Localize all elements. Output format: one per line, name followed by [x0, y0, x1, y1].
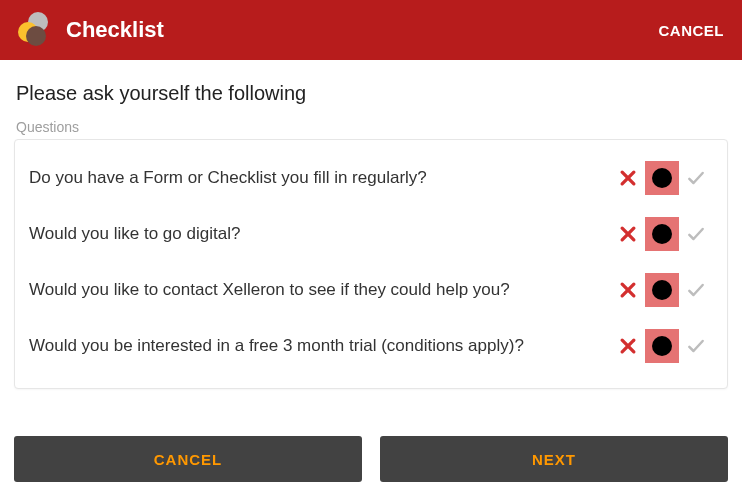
- choice-yes[interactable]: [679, 329, 713, 363]
- check-icon: [686, 168, 706, 188]
- choice-no[interactable]: [611, 217, 645, 251]
- app-logo-icon: [18, 12, 54, 48]
- prompt-text: Please ask yourself the following: [14, 82, 728, 105]
- question-row: Would you be interested in a free 3 mont…: [29, 318, 713, 374]
- choice-group: [611, 273, 713, 307]
- dot-icon: [652, 168, 672, 188]
- choice-group: [611, 161, 713, 195]
- cross-icon: [618, 280, 638, 300]
- question-row: Do you have a Form or Checklist you fill…: [29, 150, 713, 206]
- choice-group: [611, 217, 713, 251]
- choice-neutral[interactable]: [645, 329, 679, 363]
- choice-neutral[interactable]: [645, 217, 679, 251]
- question-text: Do you have a Form or Checklist you fill…: [29, 167, 601, 190]
- check-icon: [686, 224, 706, 244]
- choice-yes[interactable]: [679, 161, 713, 195]
- questions-card: Do you have a Form or Checklist you fill…: [14, 139, 728, 389]
- header-cancel-button[interactable]: CANCEL: [659, 22, 725, 39]
- content-area: Please ask yourself the following Questi…: [0, 60, 742, 389]
- dot-icon: [652, 280, 672, 300]
- cross-icon: [618, 224, 638, 244]
- question-text: Would you be interested in a free 3 mont…: [29, 335, 601, 358]
- header-left: Checklist: [18, 12, 164, 48]
- choice-no[interactable]: [611, 329, 645, 363]
- choice-no[interactable]: [611, 273, 645, 307]
- choice-group: [611, 329, 713, 363]
- choice-neutral[interactable]: [645, 161, 679, 195]
- question-text: Would you like to contact Xelleron to se…: [29, 279, 601, 302]
- dot-icon: [652, 336, 672, 356]
- next-button[interactable]: NEXT: [380, 436, 728, 482]
- cancel-button[interactable]: CANCEL: [14, 436, 362, 482]
- check-icon: [686, 336, 706, 356]
- footer-bar: CANCEL NEXT: [0, 426, 742, 500]
- cross-icon: [618, 168, 638, 188]
- choice-yes[interactable]: [679, 273, 713, 307]
- question-text: Would you like to go digital?: [29, 223, 601, 246]
- cross-icon: [618, 336, 638, 356]
- section-label: Questions: [14, 119, 728, 135]
- question-row: Would you like to contact Xelleron to se…: [29, 262, 713, 318]
- header-title: Checklist: [66, 17, 164, 43]
- app-header: Checklist CANCEL: [0, 0, 742, 60]
- choice-yes[interactable]: [679, 217, 713, 251]
- choice-no[interactable]: [611, 161, 645, 195]
- dot-icon: [652, 224, 672, 244]
- check-icon: [686, 280, 706, 300]
- question-row: Would you like to go digital?: [29, 206, 713, 262]
- choice-neutral[interactable]: [645, 273, 679, 307]
